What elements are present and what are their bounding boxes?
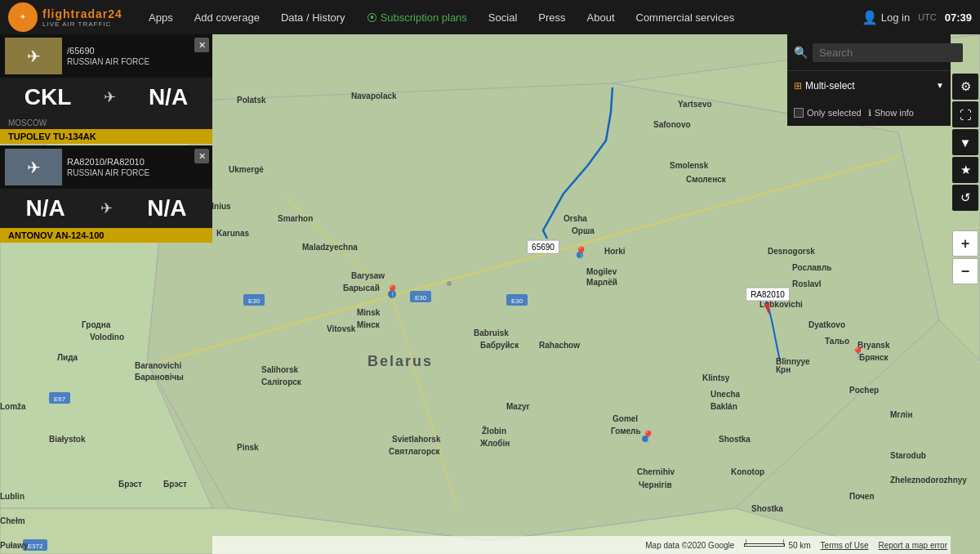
flight-ra82010-header: ✈ RA82010/RA82010 RUSSIAN AIR FORCE ✕ [0, 145, 212, 189]
flight-ra82010-to: N/A [147, 195, 186, 221]
search-icon: 🔍 [794, 46, 808, 59]
close-65690-button[interactable]: ✕ [194, 38, 209, 52]
logo-text: flightradar24 LIVE AIR TRAFFIC [42, 7, 122, 28]
nav-apps[interactable]: Apps [139, 0, 183, 34]
multiselect-label: Multi-select [805, 80, 933, 92]
map-data-label: Map data ©2020 Google [645, 541, 734, 550]
terms-link[interactable]: Terms of Use [821, 541, 869, 550]
pin-minsk: 📍 [385, 284, 399, 297]
flight-arrow2-icon: ✈ [100, 199, 113, 217]
scale-label: 50 km [788, 541, 810, 550]
svg-point-18 [447, 281, 452, 286]
svg-text:E30: E30 [511, 297, 523, 305]
pin-bryansk: 📍 [851, 346, 865, 360]
only-selected-toggle[interactable]: Only selected [794, 108, 862, 118]
nav-press[interactable]: Press [528, 0, 575, 34]
logo-icon: ✈ [8, 2, 38, 32]
flight-65690-from: CKL [24, 84, 72, 110]
map-footer: Map data ©2020 Google | | 50 km Terms of… [212, 536, 951, 554]
svg-marker-22 [764, 301, 773, 315]
zoom-out-button[interactable]: − [952, 258, 978, 284]
fullscreen-button[interactable]: ⛶ [952, 101, 978, 127]
flight-ra82010-marker[interactable]: RA82010 [760, 300, 776, 319]
close-ra82010-button[interactable]: ✕ [194, 149, 209, 163]
flight-65690-thumb: ✈ [5, 38, 62, 74]
zoom-in-button[interactable]: + [952, 230, 978, 257]
flight-ra82010-from: N/A [25, 195, 65, 221]
scale-bar: | | 50 km [744, 541, 810, 550]
map-area[interactable]: E30 E30 E30 E67 E372 Google Navapolack P… [0, 34, 980, 554]
logo-sub: LIVE AIR TRAFFIC [42, 20, 122, 28]
only-selected-checkbox[interactable] [794, 108, 804, 118]
spacer [952, 212, 978, 229]
logo-area[interactable]: ✈ flightradar24 LIVE AIR TRAFFIC [0, 2, 139, 32]
logo-title: flightradar24 [42, 7, 122, 20]
login-button[interactable]: 👤 Log in [862, 10, 910, 25]
nav-add-coverage[interactable]: Add coverage [185, 0, 270, 34]
only-selected-label: Only selected [807, 108, 862, 118]
nav-commercial[interactable]: Commercial services [626, 0, 745, 34]
show-info-toggle[interactable]: ℹ Show info [868, 108, 914, 118]
filter-button[interactable]: ▼ [952, 129, 978, 155]
top-navigation: ✈ flightradar24 LIVE AIR TRAFFIC Apps Ad… [0, 0, 980, 34]
search-input[interactable] [813, 43, 963, 62]
svg-text:E30: E30 [415, 294, 427, 302]
utc-time: 07:39 [945, 11, 972, 24]
nav-subscription[interactable]: ⦿ Subscription plans [357, 0, 477, 34]
info-icon: ℹ [868, 108, 871, 118]
flight-65690-to: N/A [149, 84, 188, 110]
multiselect-bar[interactable]: ⊞ Multi-select ▼ [787, 70, 951, 100]
flight-card-65690[interactable]: ✈ /65690 RUSSIAN AIR FORCE ✕ CKL ✈ N/A M… [0, 34, 212, 144]
left-panel: ✈ /65690 RUSSIAN AIR FORCE ✕ CKL ✈ N/A M… [0, 34, 212, 244]
multiselect-icon: ⊞ [794, 80, 802, 92]
star-button[interactable]: ★ [952, 157, 978, 183]
pin-mogilev: 📍 [574, 246, 588, 259]
svg-marker-21 [546, 238, 557, 252]
report-link[interactable]: Report a map error [879, 541, 947, 550]
flight-65690-header: ✈ /65690 RUSSIAN AIR FORCE ✕ [0, 34, 212, 78]
utc-label: UTC [918, 12, 937, 22]
nav-data-history[interactable]: Data / History [271, 0, 355, 34]
user-icon: 👤 [862, 10, 878, 25]
search-bar: 🔍 [787, 34, 951, 70]
nav-right: 👤 Log in UTC 07:39 [862, 10, 980, 25]
flight-ra82010-aircraft: ANTONOV AN-124-100 [0, 228, 212, 243]
flight-65690-route: CKL ✈ N/A [0, 78, 212, 117]
right-sidebar: ⚙ ⛶ ▼ ★ ↺ + − [951, 70, 980, 288]
nav-social[interactable]: Social [479, 0, 527, 34]
nav-about[interactable]: About [577, 0, 625, 34]
flight-ra82010-info: RA82010/RA82010 RUSSIAN AIR FORCE [67, 157, 207, 177]
flight-65690-id: /65690 [67, 46, 207, 56]
right-controls: 🔍 ⊞ Multi-select ▼ Only selected ℹ Show … [787, 34, 951, 126]
show-info-label: Show info [875, 108, 914, 118]
flight-65690-info: /65690 RUSSIAN AIR FORCE [67, 46, 207, 66]
flight-65690-airline: RUSSIAN AIR FORCE [67, 57, 207, 66]
svg-text:E30: E30 [248, 297, 261, 305]
flight-arrow-icon: ✈ [104, 88, 116, 106]
flight-ra82010-id: RA82010/RA82010 [67, 157, 207, 167]
pin-gomel: 📍 [641, 430, 655, 443]
flight-card-ra82010[interactable]: ✈ RA82010/RA82010 RUSSIAN AIR FORCE ✕ N/… [0, 145, 212, 243]
svg-text:E67: E67 [54, 395, 66, 403]
flight-65690-dest: MOSCOW [0, 117, 212, 129]
nav-items: Apps Add coverage Data / History ⦿ Subsc… [139, 0, 862, 34]
flight-ra82010-thumb: ✈ [5, 149, 62, 185]
svg-text:E372: E372 [28, 543, 43, 550]
flight-65690-aircraft: TUPOLEV TU-134AK [0, 129, 212, 144]
flight-ra82010-airline: RUSSIAN AIR FORCE [67, 168, 207, 177]
refresh-button[interactable]: ↺ [952, 185, 978, 211]
flight-65690-marker[interactable]: 65690 [543, 237, 559, 257]
flight-ra82010-route: N/A ✈ N/A [0, 189, 212, 228]
options-bar: Only selected ℹ Show info [787, 100, 951, 126]
multiselect-caret-icon: ▼ [936, 81, 944, 90]
settings-button[interactable]: ⚙ [952, 74, 978, 100]
